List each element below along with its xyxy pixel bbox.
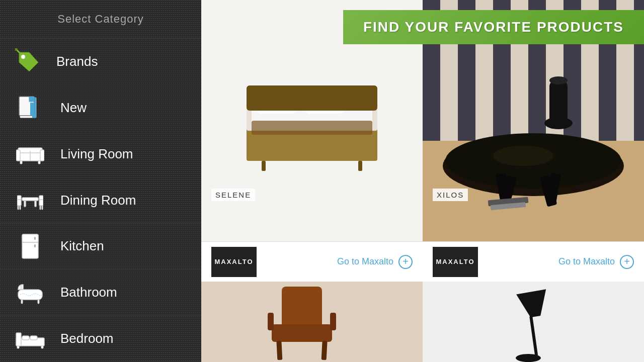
svg-rect-23: [18, 206, 19, 210]
svg-rect-26: [39, 196, 43, 200]
svg-rect-35: [21, 285, 23, 290]
svg-rect-30: [22, 234, 38, 242]
svg-rect-77: [321, 341, 328, 360]
brands-icon: [15, 48, 41, 74]
sidebar-item-new-label: New: [60, 100, 87, 116]
selene-goto-label: Go to Maxalto: [337, 256, 393, 267]
selene-image: [216, 40, 408, 201]
sidebar-item-living-room-label: Living Room: [60, 146, 133, 162]
svg-rect-16: [20, 161, 22, 164]
sidebar-item-kitchen-label: Kitchen: [60, 238, 104, 254]
sidebar-item-new[interactable]: New: [0, 85, 201, 131]
svg-rect-13: [16, 150, 20, 161]
dining-room-icon: [15, 188, 45, 213]
xilos-brand-text: MAXALTO: [436, 258, 474, 265]
selene-brand-text: MAXALTO: [214, 258, 253, 265]
svg-rect-18: [22, 198, 38, 201]
svg-point-64: [493, 146, 553, 166]
svg-rect-36: [21, 300, 23, 304]
sidebar-item-dining-room[interactable]: Dining Room: [0, 177, 201, 224]
sidebar-item-living-room[interactable]: Living Room: [0, 131, 201, 177]
lamp-image: [458, 282, 609, 362]
svg-rect-10: [30, 103, 34, 116]
selene-name: SELENE: [211, 189, 255, 201]
svg-rect-24: [20, 206, 21, 210]
svg-rect-20: [35, 201, 36, 207]
svg-rect-70: [549, 80, 568, 126]
product-lamp[interactable]: [423, 282, 644, 362]
svg-rect-39: [16, 333, 21, 346]
svg-rect-33: [34, 244, 36, 247]
svg-rect-78: [268, 313, 274, 330]
sidebar-item-kitchen[interactable]: Kitchen: [0, 223, 201, 269]
svg-rect-28: [42, 206, 43, 210]
svg-point-71: [549, 76, 568, 84]
chair-image: [236, 282, 387, 362]
svg-point-0: [21, 55, 25, 59]
promo-banner: FIND YOUR FAVORITE PRODUCTS: [343, 10, 644, 44]
svg-rect-79: [330, 313, 336, 330]
svg-rect-75: [272, 324, 332, 342]
xilos-name: XILOS: [433, 189, 468, 201]
xilos-brand-logo: MAXALTO: [433, 247, 478, 277]
svg-rect-43: [41, 346, 43, 348]
selene-footer: MAXALTO Go to Maxalto +: [201, 241, 423, 282]
svg-rect-50: [252, 121, 372, 135]
svg-rect-14: [40, 150, 44, 161]
main-content: FIND YOUR FAVORITE PRODUCTS SELENE: [201, 0, 644, 362]
xilos-plus-icon[interactable]: +: [620, 255, 634, 269]
kitchen-icon: [15, 233, 45, 259]
banner-text: FIND YOUR FAVORITE PRODUCTS: [363, 19, 624, 35]
sidebar-item-brands-label: Brands: [56, 54, 98, 69]
selene-brand-logo: MAXALTO: [211, 247, 257, 277]
product-chair[interactable]: [201, 282, 423, 362]
svg-rect-17: [38, 161, 40, 164]
sidebar-title: Select Category: [0, 0, 201, 39]
xilos-goto-link[interactable]: Go to Maxalto +: [558, 255, 634, 269]
sidebar: Select Category Brands: [0, 0, 201, 362]
sidebar-item-brands[interactable]: Brands: [0, 39, 201, 85]
svg-rect-51: [262, 161, 266, 171]
svg-rect-49: [247, 85, 377, 111]
sidebar-item-bedroom[interactable]: Bedroom: [0, 316, 201, 362]
svg-rect-27: [40, 206, 41, 210]
svg-rect-37: [38, 300, 39, 304]
svg-rect-42: [17, 346, 19, 348]
svg-rect-32: [34, 237, 36, 240]
sidebar-item-bedroom-label: Bedroom: [60, 331, 114, 346]
svg-rect-41: [30, 336, 37, 340]
xilos-footer: MAXALTO Go to Maxalto +: [423, 241, 644, 282]
xilos-goto-label: Go to Maxalto: [558, 256, 615, 267]
svg-rect-22: [17, 196, 21, 200]
svg-rect-76: [276, 341, 282, 360]
sidebar-item-dining-room-label: Dining Room: [60, 193, 136, 208]
svg-rect-9: [29, 97, 34, 102]
bedroom-icon: [15, 329, 45, 349]
sidebar-item-bathroom[interactable]: Bathroom: [0, 269, 201, 316]
svg-rect-40: [22, 336, 29, 340]
selene-goto-link[interactable]: Go to Maxalto +: [337, 255, 413, 269]
svg-point-81: [516, 354, 541, 362]
svg-rect-80: [529, 316, 538, 356]
selene-plus-icon[interactable]: +: [398, 255, 413, 269]
new-icon: [15, 96, 45, 120]
svg-rect-34: [18, 290, 42, 300]
living-room-icon: [15, 143, 45, 165]
svg-rect-52: [358, 161, 362, 171]
sidebar-item-bathroom-label: Bathroom: [60, 285, 117, 300]
bathroom-icon: [15, 281, 45, 305]
svg-rect-19: [24, 201, 26, 207]
